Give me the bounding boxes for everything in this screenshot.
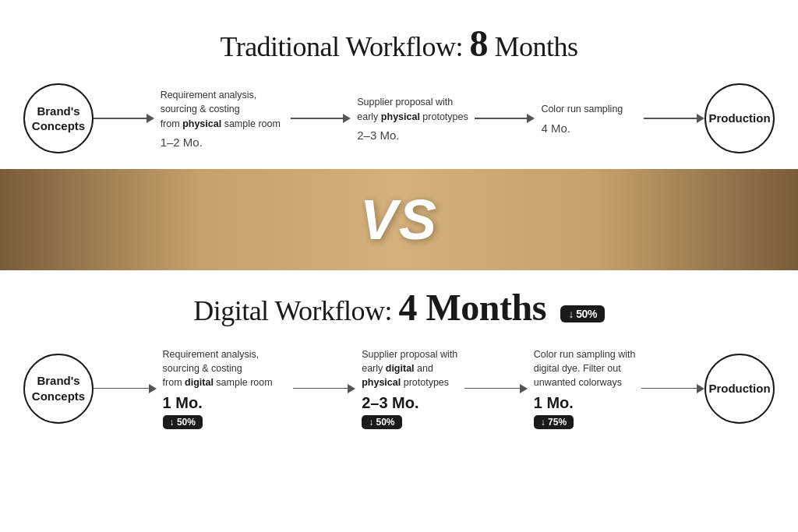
- digital-step-3: Color run sampling withdigital dye. Filt…: [528, 347, 642, 429]
- digital-step-2-desc: Supplier proposal withearly digital andp…: [362, 347, 457, 389]
- traditional-arrow-2: [291, 114, 351, 123]
- traditional-title: Traditional Workflow: 8 Months: [16, 22, 782, 65]
- arrow-line-2: [291, 118, 344, 119]
- d-arrow-line-3: [464, 388, 520, 389]
- traditional-step-3-duration: 4 Mo.: [541, 122, 570, 135]
- digital-step-3-badge: ↓ 75%: [534, 415, 574, 429]
- digital-title-months: 4 Months: [399, 287, 546, 328]
- digital-step-2-badge: ↓ 50%: [362, 415, 401, 429]
- digital-step-2: Supplier proposal withearly digital andp…: [355, 347, 464, 429]
- digital-start-node: Brand'sConcepts: [23, 354, 94, 424]
- digital-step-1-duration: 1 Mo.: [163, 394, 203, 412]
- digital-step-1: Requirement analysis, sourcing & costing…: [157, 347, 293, 429]
- vs-banner: VS: [0, 169, 798, 270]
- traditional-section: Traditional Workflow: 8 Months Brand'sCo…: [0, 0, 798, 169]
- digital-step-3-duration: 1 Mo.: [534, 394, 574, 412]
- digital-end-node: Production: [704, 354, 775, 424]
- traditional-arrow-1: [94, 114, 154, 123]
- digital-arrow-1: [94, 384, 157, 393]
- traditional-step-2: Supplier proposal withearly physical pro…: [351, 95, 474, 141]
- d-arrow-line-1: [94, 388, 149, 389]
- arrow-head-4: [697, 114, 704, 123]
- traditional-title-prefix: Traditional Workflow:: [220, 31, 469, 62]
- traditional-start-node: Brand'sConcepts: [23, 83, 94, 153]
- d-arrow-head-1: [149, 384, 157, 393]
- digital-title-prefix: Digital Workflow:: [193, 295, 398, 326]
- d-arrow-line-2: [293, 388, 348, 389]
- traditional-step-1-duration: 1–2 Mo.: [161, 136, 203, 149]
- traditional-step-3-desc: Color run sampling: [541, 102, 623, 116]
- arrow-line: [94, 118, 147, 119]
- digital-workflow-row: Brand'sConcepts Requirement analysis, so…: [16, 347, 782, 429]
- digital-step-3-desc: Color run sampling withdigital dye. Filt…: [534, 347, 636, 389]
- traditional-step-2-duration: 2–3 Mo.: [357, 129, 399, 142]
- digital-reduction-badge: ↓ 50%: [560, 305, 604, 322]
- arrow-head: [147, 114, 154, 123]
- arrow-line-4: [644, 118, 697, 119]
- d-arrow-head-4: [697, 384, 704, 393]
- traditional-workflow-row: Brand'sConcepts Requirement analysis, so…: [16, 83, 782, 153]
- traditional-title-months: 8: [470, 23, 489, 64]
- traditional-arrow-3: [475, 114, 535, 123]
- traditional-step-3: Color run sampling 4 Mo.: [535, 102, 644, 134]
- digital-title: Digital Workflow: 4 Months ↓ 50%: [16, 286, 782, 329]
- traditional-arrow-4: [644, 114, 704, 123]
- digital-step-2-duration: 2–3 Mo.: [362, 394, 418, 412]
- digital-section: Digital Workflow: 4 Months ↓ 50% Brand's…: [0, 270, 798, 451]
- digital-arrow-3: [464, 384, 528, 393]
- d-arrow-head-2: [348, 384, 355, 393]
- d-arrow-line-4: [641, 388, 697, 389]
- digital-arrow-4: [641, 384, 704, 393]
- arrow-head-2: [343, 114, 351, 123]
- arrow-line-3: [475, 118, 528, 119]
- d-arrow-head-3: [520, 384, 528, 393]
- traditional-step-2-desc: Supplier proposal withearly physical pro…: [357, 95, 468, 123]
- traditional-end-node: Production: [704, 83, 775, 153]
- traditional-title-suffix: Months: [488, 31, 578, 62]
- traditional-step-1-desc: Requirement analysis, sourcing & costing…: [161, 88, 284, 130]
- arrow-head-3: [527, 114, 535, 123]
- traditional-step-1: Requirement analysis, sourcing & costing…: [154, 88, 291, 148]
- digital-step-1-desc: Requirement analysis, sourcing & costing…: [163, 347, 287, 389]
- digital-arrow-2: [293, 384, 356, 393]
- digital-step-1-badge: ↓ 50%: [163, 415, 203, 429]
- vs-text: VS: [360, 188, 438, 252]
